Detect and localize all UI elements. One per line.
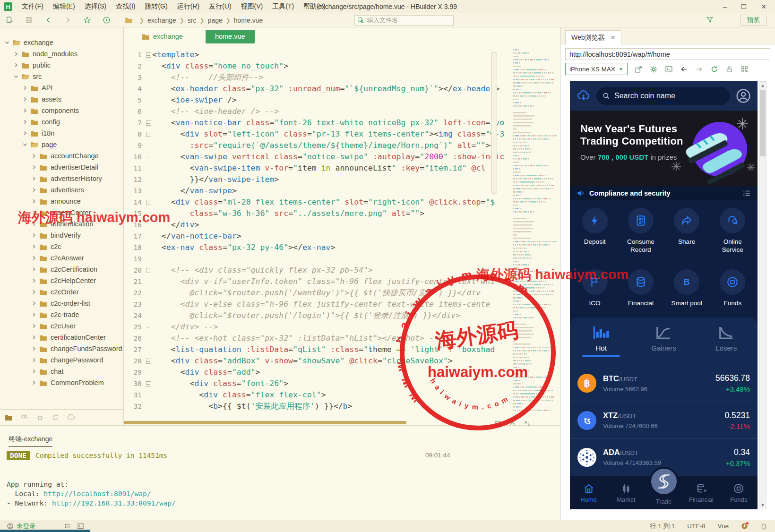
shortcut-smart-pool[interactable]: BSmart pool <box>664 269 710 318</box>
search-icon[interactable] <box>20 413 28 421</box>
chevron-right-icon[interactable] <box>32 267 36 272</box>
back-icon[interactable] <box>44 16 52 24</box>
tree-item-config[interactable]: config <box>0 116 123 128</box>
gear-icon[interactable] <box>650 65 658 73</box>
terminal-toggle-icon[interactable] <box>77 523 84 530</box>
terminal-link[interactable]: http://localhost:8091/wap/ <box>44 490 151 498</box>
breadcrumb-item[interactable]: page <box>208 17 223 24</box>
locate-file-icon[interactable] <box>5 413 13 421</box>
cloud-download-icon[interactable] <box>577 89 591 103</box>
terminal-tab[interactable]: 终端-exchange <box>9 435 52 447</box>
nav-trade[interactable]: Trade <box>645 476 682 509</box>
fold-marker[interactable]: – <box>145 197 152 208</box>
debug-icon[interactable] <box>36 413 44 421</box>
tree-item-i18n[interactable]: i18n <box>0 128 123 139</box>
new-file-icon[interactable] <box>6 16 14 24</box>
chevron-right-icon[interactable] <box>32 244 36 249</box>
menu-文件[interactable]: 文件(F) <box>17 1 48 12</box>
run-icon[interactable] <box>103 16 111 24</box>
refresh-icon[interactable] <box>52 413 60 421</box>
chevron-right-icon[interactable] <box>23 108 27 113</box>
fold-marker[interactable]: – <box>145 265 152 276</box>
chevron-right-icon[interactable] <box>32 312 36 317</box>
breadcrumb-item[interactable]: src <box>188 17 197 24</box>
chevron-right-icon[interactable] <box>32 324 36 328</box>
fold-marker[interactable]: – <box>145 129 152 140</box>
terminal-link[interactable]: http://192.168.31.33:8091/wap/ <box>52 499 176 507</box>
login-status[interactable]: 未登录 <box>17 522 36 531</box>
chevron-right-icon[interactable] <box>23 86 27 90</box>
market-tab-hot[interactable]: Hot <box>582 325 620 365</box>
menu-发行[interactable]: 发行(U) <box>204 1 236 12</box>
tree-item-c2c[interactable]: c2c <box>0 241 123 252</box>
coin-row-btc[interactable]: ฿BTC/USDTVolume 5662.9656636.78+3.49% <box>570 365 758 402</box>
tree-item-page[interactable]: page <box>0 139 123 150</box>
chevron-right-icon[interactable] <box>32 346 36 351</box>
qr-code-icon[interactable] <box>741 65 749 73</box>
breadcrumb-item[interactable]: home.vue <box>234 17 263 24</box>
fold-marker[interactable]: – <box>145 321 152 333</box>
tree-item-changeFundsPassword[interactable]: changeFundsPassword <box>0 343 123 354</box>
chevron-right-icon[interactable] <box>32 154 36 158</box>
tree-item-bindVerify[interactable]: bindVerify <box>0 230 123 241</box>
menu-选择[interactable]: 选择(S) <box>80 1 112 12</box>
tree-item-certificationCenter[interactable]: certificationCenter <box>0 332 123 343</box>
coin-row-xtz[interactable]: tʒXTZ/USDTVolume 7247600.660.5231-2.11% <box>570 402 758 438</box>
tree-item-c2cAnswer[interactable]: c2cAnswer <box>0 252 123 264</box>
console-icon[interactable] <box>665 65 673 73</box>
tree-item-node_modules[interactable]: node_modules <box>0 48 123 60</box>
shortcut-deposit[interactable]: Deposit <box>572 208 618 265</box>
tree-item-CommonProblem[interactable]: CommonProblem <box>0 377 123 388</box>
menu-跳转[interactable]: 跳转(G) <box>140 1 172 12</box>
chevron-right-icon[interactable] <box>32 290 36 294</box>
tree-item-c2cUser[interactable]: c2cUser <box>0 320 123 332</box>
tree-item-c2cOrder[interactable]: c2cOrder <box>0 286 123 298</box>
fold-marker[interactable]: – <box>145 117 152 129</box>
tree-item-c2cCertification[interactable]: c2cCertification <box>0 264 123 275</box>
file-search-input[interactable]: 输入文件名 <box>354 15 454 26</box>
file-language[interactable]: Vue <box>717 523 729 530</box>
shortcut-consume-record[interactable]: Consume Record <box>618 208 663 265</box>
promo-banner[interactable]: New Year's Futures Trading Competition O… <box>570 111 758 186</box>
user-account-icon[interactable] <box>7 523 14 530</box>
chevron-down-icon[interactable] <box>14 74 18 79</box>
chevron-down-icon[interactable] <box>5 40 9 45</box>
minimap[interactable] <box>513 49 559 418</box>
collapse-panel-icon[interactable] <box>509 420 516 427</box>
chevron-right-icon[interactable] <box>14 63 18 68</box>
tree-item-advertisers[interactable]: advertisers <box>0 184 123 196</box>
shortcut-online-service[interactable]: Online Service <box>710 208 756 265</box>
coin-search-input[interactable]: Search coin name <box>596 87 730 105</box>
open-external-icon[interactable] <box>635 65 643 73</box>
maximize-button[interactable]: ☐ <box>741 3 747 10</box>
cursor-position[interactable]: 行:1 列:1 <box>650 522 675 531</box>
cloud-icon[interactable] <box>67 413 75 421</box>
tree-item-c2c-order-list[interactable]: c2c-order-list <box>0 298 123 309</box>
chevron-right-icon[interactable] <box>32 358 36 362</box>
device-select[interactable]: iPhone XS MAX▼ <box>565 63 628 75</box>
chevron-right-icon[interactable] <box>32 210 36 215</box>
browser-forward-icon[interactable] <box>695 65 703 73</box>
chevron-right-icon[interactable] <box>14 51 18 56</box>
bell-icon[interactable] <box>760 523 767 530</box>
chevron-right-icon[interactable] <box>32 176 36 181</box>
menu-视图[interactable]: 视图(V) <box>236 1 268 12</box>
tab-web-browser[interactable]: Web浏览器 ✕ <box>565 30 621 44</box>
close-tab-icon[interactable]: ✕ <box>611 34 616 41</box>
browser-back-icon[interactable] <box>680 65 688 73</box>
scroll-down-icon[interactable]: ▼ <box>759 503 766 507</box>
nav-home[interactable]: Home <box>570 476 607 509</box>
outline-list-icon[interactable] <box>64 523 71 530</box>
nav-financial[interactable]: Financial <box>682 476 720 509</box>
chevron-down-icon[interactable] <box>23 142 27 147</box>
menu-帮助[interactable]: 帮助(Y) <box>299 1 330 12</box>
tree-item-public[interactable]: public <box>0 60 123 71</box>
breadcrumb-item[interactable]: exchange <box>147 17 176 24</box>
notice-bar[interactable]: Compliance and security <box>570 186 758 200</box>
scrollbar-thumb[interactable] <box>760 90 766 156</box>
editor-vertical-scrollbar[interactable] <box>491 52 497 194</box>
file-encoding[interactable]: UTF-8 <box>687 523 705 530</box>
preview-button[interactable]: 预览 <box>740 15 766 26</box>
tree-item-components[interactable]: components <box>0 105 123 116</box>
fold-marker[interactable]: – <box>145 151 152 163</box>
